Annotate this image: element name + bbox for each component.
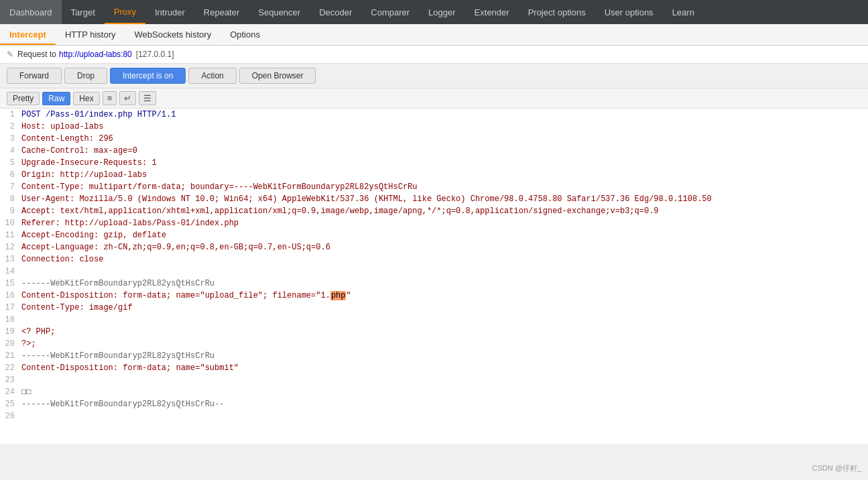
line-content[interactable]: Content-Length: 296: [21, 133, 113, 145]
tab-options[interactable]: Options: [221, 25, 269, 45]
request-label: Request to: [17, 50, 56, 59]
table-row: 11Accept-Encoding: gzip, deflate: [0, 229, 868, 241]
open-browser-button[interactable]: Open Browser: [239, 68, 316, 84]
menu-item-intruder[interactable]: Intruder: [145, 0, 194, 24]
line-content[interactable]: ------WebKitFormBoundaryp2RL82ysQtHsCrRu: [21, 350, 214, 362]
line-content[interactable]: Host: upload-labs: [21, 121, 103, 133]
pretty-button[interactable]: Pretty: [7, 92, 40, 105]
line-content[interactable]: User-Agent: Mozilla/5.0 (Windows NT 10.0…: [21, 193, 712, 205]
line-number: 21: [3, 350, 21, 362]
line-content[interactable]: Origin: http://upload-labs: [21, 169, 147, 181]
line-number: 4: [3, 145, 21, 157]
table-row: 4Cache-Control: max-age=0: [0, 145, 868, 157]
line-content[interactable]: ------WebKitFormBoundaryp2RL82ysQtHsCrRu: [21, 278, 214, 290]
line-content[interactable]: Content-Disposition: form-data; name="su…: [21, 362, 239, 374]
tab-intercept[interactable]: Intercept: [0, 25, 56, 45]
line-number: 15: [3, 278, 21, 290]
menu-item-project-options[interactable]: Project options: [519, 0, 595, 24]
code-area: 1POST /Pass-01/index.php HTTP/1.12Host: …: [0, 109, 868, 444]
menu-item-learn[interactable]: Learn: [663, 0, 704, 24]
line-content[interactable]: Accept-Encoding: gzip, deflate: [21, 229, 166, 241]
line-content[interactable]: Connection: close: [21, 253, 103, 265]
table-row: 15------WebKitFormBoundaryp2RL82ysQtHsCr…: [0, 278, 868, 290]
table-row: 16Content-Disposition: form-data; name="…: [0, 290, 868, 302]
table-row: 1POST /Pass-01/index.php HTTP/1.1: [0, 109, 868, 121]
menu-item-repeater[interactable]: Repeater: [194, 0, 249, 24]
table-row: 25------WebKitFormBoundaryp2RL82ysQtHsCr…: [0, 398, 868, 410]
menu-item-sequencer[interactable]: Sequencer: [249, 0, 310, 24]
line-content[interactable]: Upgrade-Insecure-Requests: 1: [21, 157, 157, 169]
line-number: 9: [3, 205, 21, 217]
table-row: 7Content-Type: multipart/form-data; boun…: [0, 181, 868, 193]
request-ip: [127.0.0.1]: [136, 50, 174, 59]
menu-icon-button[interactable]: ☰: [139, 91, 156, 105]
menu-item-logger[interactable]: Logger: [419, 0, 464, 24]
line-content[interactable]: Content-Disposition: form-data; name="up…: [21, 290, 351, 302]
menu-item-target[interactable]: Target: [62, 0, 105, 24]
request-host: http://upload-labs:80: [59, 50, 132, 59]
line-content[interactable]: Accept: text/html,application/xhtml+xml,…: [21, 205, 659, 217]
line-number: 18: [3, 314, 21, 326]
table-row: 8User-Agent: Mozilla/5.0 (Windows NT 10.…: [0, 193, 868, 205]
line-content[interactable]: POST /Pass-01/index.php HTTP/1.1: [21, 109, 176, 121]
menu-item-dashboard[interactable]: Dashboard: [0, 0, 62, 24]
table-row: 5Upgrade-Insecure-Requests: 1: [0, 157, 868, 169]
table-row: 24□□: [0, 386, 868, 398]
table-row: 12Accept-Language: zh-CN,zh;q=0.9,en;q=0…: [0, 241, 868, 253]
line-content[interactable]: <? PHP;: [21, 326, 55, 338]
line-number: 11: [3, 229, 21, 241]
line-number: 7: [3, 181, 21, 193]
intercept-button[interactable]: Intercept is on: [110, 68, 186, 84]
table-row: 17Content-Type: image/gif: [0, 302, 868, 314]
table-row: 23: [0, 374, 868, 386]
raw-button[interactable]: Raw: [42, 92, 70, 105]
table-row: 9Accept: text/html,application/xhtml+xml…: [0, 205, 868, 217]
hex-button[interactable]: Hex: [73, 92, 99, 105]
menu-bar: Dashboard Target Proxy Intruder Repeater…: [0, 0, 868, 24]
line-number: 23: [3, 374, 21, 386]
line-number: 26: [3, 410, 21, 422]
line-content[interactable]: Content-Type: image/gif: [21, 302, 133, 314]
line-number: 24: [3, 386, 21, 398]
line-content[interactable]: Accept-Language: zh-CN,zh;q=0.9,en;q=0.8…: [21, 241, 330, 253]
line-number: 14: [3, 265, 21, 278]
request-bar: ✎ Request to http://upload-labs:80 [127.…: [0, 46, 868, 64]
menu-item-comparer[interactable]: Comparer: [361, 0, 419, 24]
table-row: 26: [0, 410, 868, 422]
table-row: 2Host: upload-labs: [0, 121, 868, 133]
forward-button[interactable]: Forward: [7, 68, 62, 84]
line-number: 12: [3, 241, 21, 253]
line-content[interactable]: ?>;: [21, 338, 36, 350]
action-button[interactable]: Action: [188, 68, 236, 84]
menu-item-extender[interactable]: Extender: [465, 0, 519, 24]
tab-websockets-history[interactable]: WebSockets history: [125, 25, 221, 45]
line-content[interactable]: □□: [21, 386, 31, 398]
tab-http-history[interactable]: HTTP history: [56, 25, 125, 45]
table-row: 3Content-Length: 296: [0, 133, 868, 145]
menu-item-user-options[interactable]: User options: [595, 0, 663, 24]
wrap-icon-button[interactable]: ↵: [119, 91, 136, 105]
table-row: 20?>;: [0, 338, 868, 350]
line-content[interactable]: Content-Type: multipart/form-data; bound…: [21, 181, 418, 193]
line-content[interactable]: ------WebKitFormBoundaryp2RL82ysQtHsCrRu…: [21, 398, 224, 410]
line-number: 22: [3, 362, 21, 374]
table-row: 6Origin: http://upload-labs: [0, 169, 868, 181]
table-row: 10Referer: http://upload-labs/Pass-01/in…: [0, 217, 868, 229]
menu-item-decoder[interactable]: Decoder: [310, 0, 361, 24]
table-row: 22Content-Disposition: form-data; name="…: [0, 362, 868, 374]
line-number: 17: [3, 302, 21, 314]
line-number: 10: [3, 217, 21, 229]
line-number: 20: [3, 338, 21, 350]
line-content[interactable]: Cache-Control: max-age=0: [21, 145, 137, 157]
list-icon-button[interactable]: ≡: [103, 91, 117, 105]
edit-icon: ✎: [7, 50, 13, 59]
line-number: 25: [3, 398, 21, 410]
table-row: 13Connection: close: [0, 253, 868, 265]
drop-button[interactable]: Drop: [64, 68, 107, 84]
line-content[interactable]: Referer: http://upload-labs/Pass-01/inde…: [21, 217, 239, 229]
line-number: 1: [3, 109, 21, 121]
line-number: 6: [3, 169, 21, 181]
menu-item-proxy[interactable]: Proxy: [105, 0, 145, 24]
line-number: 8: [3, 193, 21, 205]
table-row: 19<? PHP;: [0, 326, 868, 338]
